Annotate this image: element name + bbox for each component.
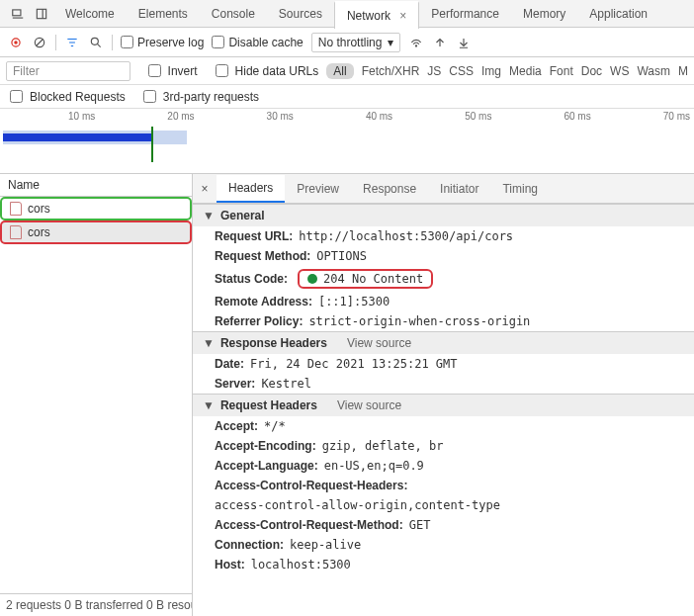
date-value: Fri, 24 Dec 2021 13:25:21 GMT [250, 357, 458, 371]
filter-all[interactable]: All [326, 63, 353, 79]
tab-network[interactable]: Network × [334, 1, 419, 29]
view-source-link[interactable]: View source [347, 336, 411, 350]
tab-performance[interactable]: Performance [419, 1, 511, 27]
tab-welcome[interactable]: Welcome [53, 1, 127, 27]
filter-bar-2: Blocked Requests 3rd-party requests [0, 85, 694, 109]
svg-line-8 [97, 44, 101, 47]
connection-key: Connection: [215, 538, 284, 552]
detail-tab-initiator[interactable]: Initiator [428, 176, 490, 202]
tab-elements[interactable]: Elements [127, 1, 200, 27]
detail-tab-preview[interactable]: Preview [285, 176, 351, 202]
detail-tab-timing[interactable]: Timing [490, 176, 550, 202]
status-summary: 2 requests 0 B transferred 0 B resources [0, 593, 192, 616]
detail-tab-response[interactable]: Response [351, 176, 428, 202]
accept-key: Accept: [215, 419, 258, 433]
svg-line-6 [37, 39, 43, 45]
network-toolbar: Preserve log Disable cache No throttling… [0, 28, 694, 57]
acrm-key: Access-Control-Request-Method: [215, 518, 403, 532]
svg-point-9 [416, 44, 417, 45]
server-key: Server: [215, 377, 255, 391]
svg-rect-1 [37, 9, 45, 18]
tab-memory[interactable]: Memory [511, 1, 577, 27]
filter-ws[interactable]: WS [610, 64, 629, 78]
close-details-icon[interactable]: × [193, 182, 217, 196]
referrer-policy-value: strict-origin-when-cross-origin [308, 314, 530, 328]
search-icon[interactable] [88, 35, 104, 50]
accept-value: */* [264, 419, 286, 433]
device-toggle-icon[interactable] [10, 6, 26, 22]
tab-network-label: Network [347, 9, 390, 23]
status-code-key: Status Code: [215, 272, 288, 286]
section-general[interactable]: ▼ General [193, 205, 694, 226]
request-url-value: http://localhost:5300/api/cors [299, 229, 513, 243]
timeline-bar [3, 133, 151, 141]
dock-icon[interactable] [34, 6, 49, 22]
section-response-headers[interactable]: ▼ Response Headers View source [193, 332, 694, 354]
request-url-key: Request URL: [215, 229, 293, 243]
document-icon [10, 225, 22, 239]
invert-checkbox[interactable]: Invert [144, 61, 198, 80]
filter-input[interactable]: Filter [6, 61, 130, 81]
request-row[interactable]: cors [0, 197, 192, 220]
third-party-checkbox[interactable]: 3rd-party requests [139, 87, 259, 106]
svg-rect-0 [13, 9, 21, 15]
svg-point-4 [14, 41, 18, 44]
blocked-requests-checkbox[interactable]: Blocked Requests [6, 87, 126, 106]
disclosure-triangle-icon: ▼ [203, 336, 215, 350]
remote-address-key: Remote Address: [215, 295, 312, 308]
remote-address-value: [::1]:5300 [318, 295, 390, 308]
request-method-value: OPTIONS [316, 249, 367, 263]
clear-icon[interactable] [32, 35, 47, 50]
view-source-link[interactable]: View source [337, 398, 401, 412]
status-code-value: 204 No Content [323, 272, 423, 286]
accept-language-value: en-US,en;q=0.9 [324, 459, 424, 473]
throttling-select[interactable]: No throttling ▾ [311, 33, 401, 52]
filter-bar: Filter Invert Hide data URLs All Fetch/X… [0, 57, 694, 85]
upload-icon[interactable] [432, 35, 448, 50]
timeline-marker [151, 127, 153, 162]
record-icon[interactable] [8, 35, 24, 50]
filter-manifest[interactable]: M [678, 64, 688, 78]
timeline-ticks: 10 ms 20 ms 30 ms 40 ms 50 ms 60 ms 70 m… [0, 111, 694, 122]
request-method-key: Request Method: [215, 249, 310, 263]
filter-wasm[interactable]: Wasm [637, 64, 670, 78]
request-name: cors [28, 202, 50, 216]
acrm-value: GET [409, 518, 431, 532]
hide-data-urls-checkbox[interactable]: Hide data URLs [212, 61, 319, 80]
filter-media[interactable]: Media [509, 64, 542, 78]
download-icon[interactable] [456, 35, 472, 50]
acrh-key: Access-Control-Request-Headers: [215, 479, 407, 492]
network-conditions-icon[interactable] [408, 35, 424, 50]
status-dot-icon [307, 274, 317, 284]
referrer-policy-key: Referrer Policy: [215, 314, 303, 328]
timeline-overview[interactable]: 10 ms 20 ms 30 ms 40 ms 50 ms 60 ms 70 m… [0, 109, 694, 174]
details-pane: × Headers Preview Response Initiator Tim… [193, 174, 694, 616]
disclosure-triangle-icon: ▼ [203, 209, 215, 222]
request-list-pane: Name cors cors 2 requests 0 B transferre… [0, 174, 193, 616]
disclosure-triangle-icon: ▼ [203, 398, 215, 412]
main-tab-bar: Welcome Elements Console Sources Network… [0, 0, 694, 28]
acrh-value: access-control-allow-origin,content-type [215, 498, 500, 512]
name-column-header[interactable]: Name [0, 174, 192, 197]
host-value: localhost:5300 [251, 558, 351, 572]
close-icon[interactable]: × [399, 9, 406, 23]
disable-cache-checkbox[interactable]: Disable cache [212, 36, 303, 49]
request-row[interactable]: cors [0, 220, 192, 244]
filter-font[interactable]: Font [550, 64, 573, 78]
filter-toggle-icon[interactable] [64, 35, 80, 50]
filter-doc[interactable]: Doc [581, 64, 602, 78]
filter-fetchxhr[interactable]: Fetch/XHR [362, 64, 420, 78]
accept-language-key: Accept-Language: [215, 459, 318, 473]
filter-img[interactable]: Img [481, 64, 501, 78]
tab-application[interactable]: Application [577, 1, 659, 27]
filter-css[interactable]: CSS [449, 64, 474, 78]
detail-tab-bar: × Headers Preview Response Initiator Tim… [193, 174, 694, 204]
date-key: Date: [215, 357, 244, 371]
filter-js[interactable]: JS [427, 64, 441, 78]
tab-sources[interactable]: Sources [267, 1, 334, 27]
tab-console[interactable]: Console [200, 1, 267, 27]
preserve-log-checkbox[interactable]: Preserve log [121, 36, 204, 49]
section-request-headers[interactable]: ▼ Request Headers View source [193, 395, 694, 416]
server-value: Kestrel [261, 377, 311, 391]
detail-tab-headers[interactable]: Headers [217, 175, 285, 203]
